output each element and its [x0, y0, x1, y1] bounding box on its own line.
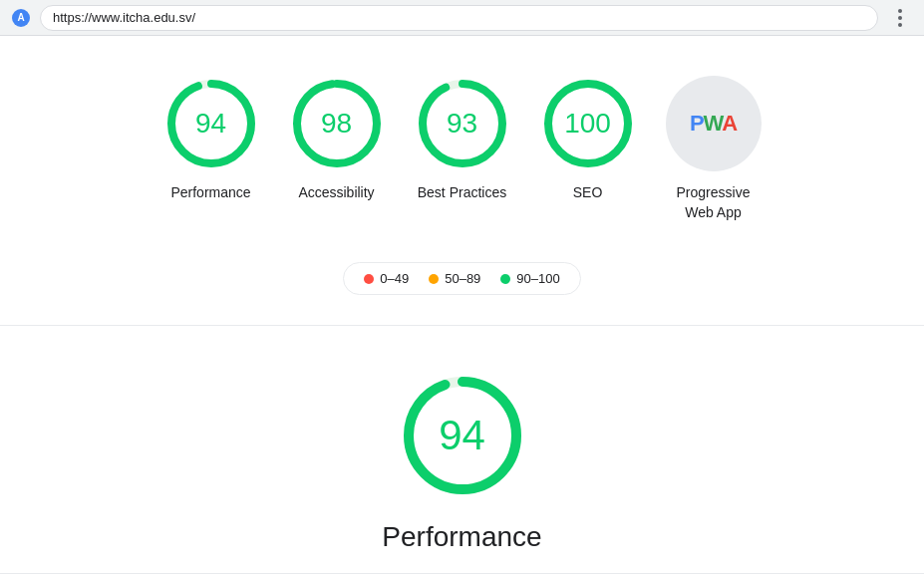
- browser-favicon: A: [12, 9, 30, 27]
- big-score-circle: 94: [393, 366, 532, 505]
- orange-indicator: [429, 274, 439, 284]
- score-item-accessibility: 98 Accessibility: [289, 76, 385, 203]
- browser-chrome: A https://www.itcha.edu.sv/: [0, 0, 924, 36]
- seo-label: SEO: [573, 183, 603, 203]
- red-indicator: [364, 274, 374, 284]
- pwa-label: ProgressiveWeb App: [677, 183, 751, 222]
- accessibility-circle: 98: [289, 76, 385, 171]
- green-indicator: [500, 274, 510, 284]
- menu-dot: [898, 16, 902, 20]
- legend-item-green: 90–100: [500, 271, 559, 286]
- performance-label: Performance: [170, 183, 250, 203]
- score-item-best-practices: 93 Best Practices: [415, 76, 510, 203]
- best-practices-circle: 93: [415, 76, 510, 171]
- performance-score: 94: [195, 108, 226, 140]
- pwa-badge: PWA: [690, 111, 737, 137]
- performance-circle: 94: [163, 76, 259, 171]
- legend-range-red: 0–49: [380, 271, 409, 286]
- metrics-section: Metrics: [0, 573, 924, 581]
- legend-item-orange: 50–89: [429, 271, 480, 286]
- legend-box: 0–49 50–89 90–100: [343, 262, 580, 295]
- best-practices-score: 93: [447, 108, 477, 140]
- scores-section: 94 Performance 98 Accessibility: [0, 56, 924, 252]
- legend-section: 0–49 50–89 90–100: [0, 252, 924, 315]
- seo-circle: 100: [540, 76, 636, 171]
- pwa-circle: PWA: [666, 76, 762, 171]
- url-bar[interactable]: https://www.itcha.edu.sv/: [40, 5, 878, 31]
- score-item-pwa: PWA ProgressiveWeb App: [666, 76, 762, 222]
- accessibility-label: Accessibility: [298, 183, 374, 203]
- big-score-value: 94: [439, 412, 485, 459]
- big-score-section: 94 Performance: [0, 336, 924, 573]
- main-content: 94 Performance 98 Accessibility: [0, 36, 924, 581]
- menu-dot: [898, 9, 902, 13]
- big-score-label: Performance: [382, 521, 541, 553]
- legend-range-orange: 50–89: [445, 271, 480, 286]
- score-item-seo: 100 SEO: [540, 76, 636, 203]
- seo-score: 100: [564, 108, 611, 140]
- score-item-performance: 94 Performance: [163, 76, 259, 203]
- accessibility-score: 98: [321, 108, 352, 140]
- divider: [0, 325, 924, 326]
- menu-dot: [898, 23, 902, 27]
- legend-item-red: 0–49: [364, 271, 409, 286]
- browser-menu-button[interactable]: [888, 9, 912, 27]
- legend-range-green: 90–100: [516, 271, 559, 286]
- best-practices-label: Best Practices: [418, 183, 506, 203]
